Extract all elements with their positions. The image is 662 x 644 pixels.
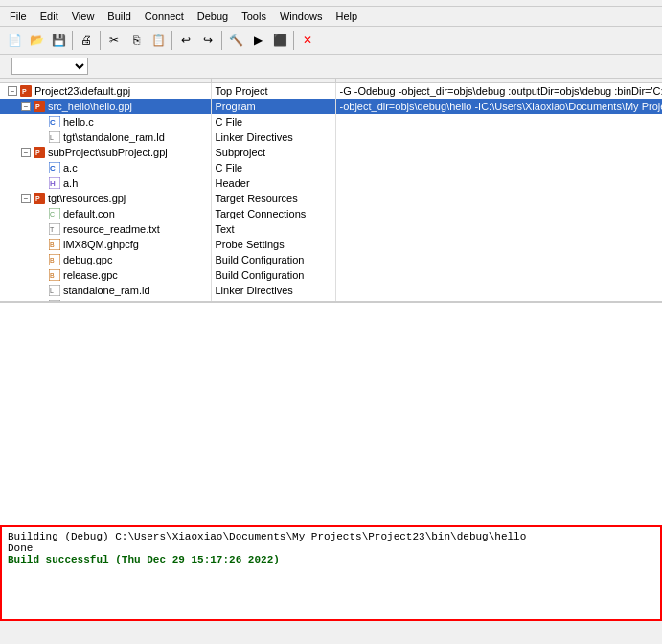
svg-text:B: B — [50, 242, 55, 248]
svg-text:P: P — [35, 196, 40, 202]
tree-cell-type: C File — [211, 160, 335, 175]
debug-btn[interactable]: ✕ — [297, 30, 318, 51]
svg-text:B: B — [50, 257, 55, 264]
main-area: PProject23\default.gpjTop Project-G -Ode… — [0, 79, 662, 525]
tree-node-label: src_hello\hello.gpj — [48, 101, 132, 112]
tree-cell-type: Top Project — [211, 83, 335, 100]
tree-cell-options — [335, 114, 662, 129]
tree-cell-options — [335, 129, 662, 145]
tree-node-label: debug.gpc — [63, 254, 112, 265]
tree-node-label: a.c — [63, 162, 78, 173]
tree-expander[interactable] — [8, 86, 17, 96]
tree-node-label: subProject\subProject.gpj — [48, 147, 168, 158]
svg-text:L: L — [50, 288, 54, 294]
tree-cell-options — [335, 160, 662, 175]
tree-node-label: release.gpc — [63, 269, 118, 281]
sep5 — [293, 31, 294, 50]
menu-item-edit[interactable]: Edit — [34, 9, 64, 24]
table-row[interactable]: BiMX8QM.ghpcfgProbe Settings — [0, 237, 662, 252]
new-btn[interactable]: 📄 — [4, 30, 25, 51]
tree-cell-type: C File — [211, 114, 335, 129]
tree-node-label: a.h — [63, 177, 78, 189]
tree-cell-options — [335, 221, 662, 237]
table-row[interactable]: PProject23\default.gpjTop Project-G -Ode… — [0, 83, 662, 100]
table-row[interactable]: Tresource_readme.txtText — [0, 221, 662, 237]
redo-btn[interactable]: ↪ — [197, 30, 218, 51]
print-btn[interactable]: 🖨 — [76, 30, 97, 51]
tree-cell-options — [335, 267, 662, 283]
menu-item-connect[interactable]: Connect — [139, 9, 190, 24]
file-icon: T — [48, 222, 61, 236]
tree-expander[interactable] — [21, 194, 31, 203]
table-row[interactable]: Ptgt\resources.gpjTarget Resources — [0, 191, 662, 206]
menu-item-build[interactable]: Build — [102, 9, 136, 24]
tree-body: PProject23\default.gpjTop Project-G -Ode… — [0, 83, 662, 303]
tree-cell-name: Ha.h — [0, 175, 211, 191]
table-row[interactable]: Ha.hHeader — [0, 175, 662, 191]
tree-cell-name: Ptgt\resources.gpj — [0, 191, 211, 206]
tree-cell-options — [335, 175, 662, 191]
copy-btn[interactable]: ⎘ — [126, 30, 147, 51]
svg-text:C: C — [50, 164, 56, 172]
tree-cell-name: Psrc_hello\hello.gpj — [0, 99, 211, 114]
tree-cell-type: Probe Settings — [211, 237, 335, 252]
run-btn[interactable]: ▶ — [247, 30, 268, 51]
table-row[interactable]: Lstandalone_ram.ldLinker Directives — [0, 283, 662, 298]
menu-item-windows[interactable]: Windows — [274, 9, 329, 24]
stop-btn[interactable]: ⬛ — [269, 30, 290, 51]
menu-item-file[interactable]: File — [4, 9, 33, 24]
paste-btn[interactable]: 📋 — [148, 30, 169, 51]
table-row[interactable]: Brelease.gpcBuild Configuration — [0, 267, 662, 283]
file-icon: H — [48, 176, 61, 190]
svg-text:C: C — [50, 118, 56, 126]
tree-node-label: default.con — [63, 208, 115, 219]
build-btn[interactable]: 🔨 — [225, 30, 246, 51]
undo-btn[interactable]: ↩ — [175, 30, 196, 51]
tree-expander[interactable] — [21, 148, 31, 157]
menu-item-view[interactable]: View — [66, 9, 101, 24]
svg-text:C: C — [50, 211, 55, 218]
svg-text:H: H — [50, 179, 56, 188]
empty-area — [0, 302, 662, 525]
sep3 — [171, 31, 172, 50]
tree-cell-name: Ca.c — [0, 160, 211, 175]
menu-bar: FileEditViewBuildConnectDebugToolsWindow… — [0, 7, 662, 27]
tree-cell-options — [335, 206, 662, 221]
menu-item-tools[interactable]: Tools — [236, 9, 272, 24]
tree-cell-name: Bdebug.gpc — [0, 252, 211, 267]
open-btn[interactable]: 📂 — [26, 30, 47, 51]
tree-cell-name: PProject23\default.gpj — [0, 83, 211, 100]
svg-text:B: B — [50, 272, 55, 279]
menu-item-help[interactable]: Help — [331, 9, 364, 24]
file-icon: C — [48, 115, 61, 128]
tree-cell-name: PsubProject\subProject.gpj — [0, 145, 211, 160]
tree-cell-name: Ltgt\standalone_ram.ld — [0, 129, 211, 145]
table-row[interactable]: PsubProject\subProject.gpjSubproject — [0, 145, 662, 160]
project-tree: PProject23\default.gpjTop Project-G -Ode… — [0, 79, 662, 302]
tree-cell-options — [335, 191, 662, 206]
table-row[interactable]: Chello.cC File — [0, 114, 662, 129]
output-line: Building (Debug) C:\Users\Xiaoxiao\Docum… — [8, 531, 654, 542]
tree-node-label: resource_readme.txt — [63, 223, 160, 235]
svg-text:P: P — [35, 104, 40, 110]
table-row[interactable]: Ltgt\standalone_ram.ldLinker Directives — [0, 129, 662, 145]
sep1 — [72, 31, 73, 50]
table-row[interactable]: Ca.cC File — [0, 160, 662, 175]
file-icon: L — [48, 284, 61, 297]
tree-node-label: iMX8QM.ghpcfg — [63, 239, 139, 250]
tree-node-label: standalone_ram.ld — [63, 285, 150, 296]
cut-btn[interactable]: ✂ — [103, 30, 125, 51]
tree-cell-options — [335, 283, 662, 298]
table-row[interactable]: Psrc_hello\hello.gpjProgram-object_dir=o… — [0, 99, 662, 114]
tree-cell-options — [335, 237, 662, 252]
menu-item-debug[interactable]: Debug — [192, 9, 234, 24]
file-icon: P — [33, 192, 46, 205]
file-icon: P — [33, 100, 46, 113]
tree-expander[interactable] — [21, 102, 31, 111]
output-line: Done — [8, 542, 654, 554]
file-icon: P — [33, 146, 46, 159]
build-select[interactable] — [11, 58, 88, 75]
save-btn[interactable]: 💾 — [48, 30, 69, 51]
table-row[interactable]: Bdebug.gpcBuild Configuration — [0, 252, 662, 267]
table-row[interactable]: Cdefault.conTarget Connections — [0, 206, 662, 221]
